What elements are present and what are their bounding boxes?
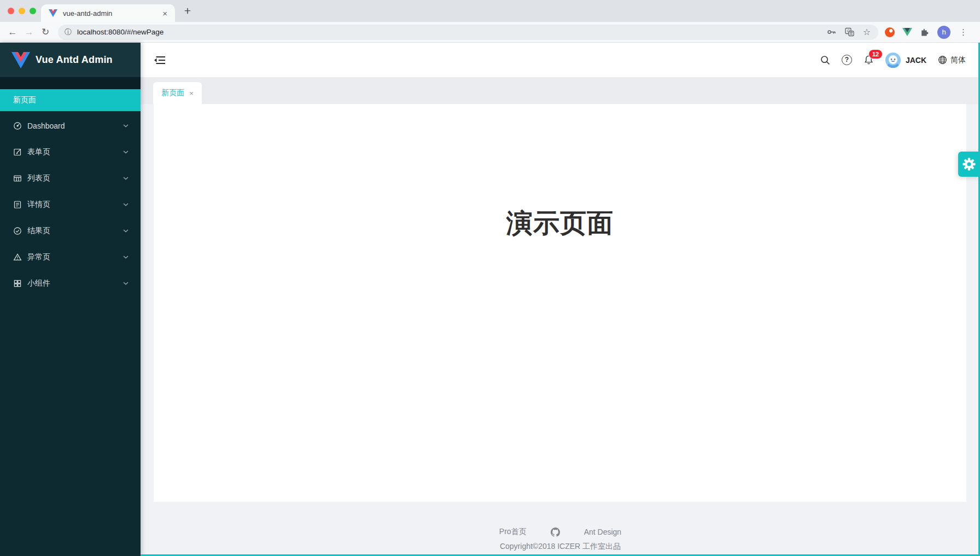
chevron-down-icon [123, 177, 129, 180]
sidebar-logo[interactable]: Vue Antd Admin [0, 43, 141, 77]
content-zone: 演示页面 Pro首页 Ant Design Copyright©2018 ICZ… [141, 104, 980, 556]
page-title: 演示页面 [506, 206, 614, 241]
github-icon[interactable] [551, 528, 560, 537]
settings-gear-button[interactable] [958, 152, 980, 177]
vue-favicon-icon [49, 9, 57, 18]
tab-close-icon[interactable]: × [189, 89, 194, 97]
sidebar-item-dashboard[interactable]: Dashboard [0, 113, 141, 139]
url-text[interactable]: localhost:8080/#/newPage [77, 28, 827, 36]
chevron-down-icon [123, 256, 129, 259]
main-column: ? 12 [141, 43, 980, 556]
reload-button[interactable]: ↻ [37, 26, 54, 38]
sidebar-item-label: 列表页 [27, 173, 50, 183]
site-info-icon[interactable]: ⓘ [65, 27, 72, 37]
profile-icon [13, 200, 22, 209]
password-key-icon[interactable] [827, 27, 836, 37]
footer-link-ant-design[interactable]: Ant Design [584, 528, 621, 536]
language-label: 简体 [950, 55, 966, 65]
window-minimize-button[interactable] [19, 8, 25, 14]
window-controls [8, 8, 36, 14]
chevron-down-icon [123, 282, 129, 285]
page-footer: Pro首页 Ant Design Copyright©2018 ICZER 工作… [141, 502, 980, 556]
bookmark-star-icon[interactable]: ☆ [863, 27, 871, 37]
extensions-puzzle-icon[interactable] [920, 27, 930, 37]
warning-icon [13, 253, 22, 262]
sidebar-item-label: 小组件 [27, 279, 50, 288]
vue-logo-icon [11, 52, 30, 68]
page-tab-label: 新页面 [161, 88, 184, 98]
window-close-button[interactable] [8, 8, 14, 14]
notification-badge: 12 [869, 50, 882, 59]
sidebar-item-widgets[interactable]: 小组件 [0, 270, 141, 297]
language-selector[interactable]: 简体 [938, 55, 966, 65]
gear-icon [962, 158, 976, 171]
browser-toolbar: ← → ↻ ⓘ localhost:8080/#/newPage G ☆ [0, 22, 980, 43]
avatar [885, 53, 901, 68]
browser-tab[interactable]: vue-antd-admin × [41, 4, 175, 22]
browser-menu-icon[interactable]: ⋮ [959, 27, 967, 37]
new-tab-button[interactable]: + [180, 4, 195, 18]
sidebar-item-label: 新页面 [13, 95, 36, 105]
address-bar[interactable]: ⓘ localhost:8080/#/newPage G ☆ [58, 25, 878, 40]
chevron-down-icon [123, 203, 129, 206]
chevron-down-icon [123, 150, 129, 154]
sidebar-item-label: 详情页 [27, 200, 50, 210]
forward-button[interactable]: → [21, 27, 37, 38]
search-icon[interactable] [820, 55, 830, 65]
page-card: 演示页面 [154, 104, 966, 502]
sidebar-item-label: 异常页 [27, 252, 50, 262]
globe-icon [938, 55, 947, 65]
translate-icon[interactable]: G [845, 27, 854, 37]
sidebar-item-form[interactable]: 表单页 [0, 139, 141, 165]
page-tab-newpage[interactable]: 新页面 × [153, 82, 202, 104]
browser-tab-title: vue-antd-admin [63, 9, 160, 18]
sidebar-item-label: 表单页 [27, 147, 50, 157]
sidebar-menu: Dashboard 表单页 列表页 [0, 111, 141, 297]
chevron-down-icon [123, 124, 129, 128]
sidebar-item-label: 结果页 [27, 226, 50, 236]
user-menu[interactable]: JACK [885, 53, 926, 68]
tab-close-icon[interactable]: × [160, 9, 170, 18]
app-title: Vue Antd Admin [36, 54, 113, 66]
appstore-icon [13, 279, 22, 288]
page-tabbar: 新页面 × [141, 77, 980, 104]
window-zoom-button[interactable] [30, 8, 36, 14]
check-circle-icon [13, 227, 22, 235]
sidebar: Vue Antd Admin 新页面 Dashboard 表单页 [0, 43, 141, 556]
sidebar-item-list[interactable]: 列表页 [0, 165, 141, 192]
extension-orange-icon[interactable] [885, 27, 895, 37]
app-viewport: Vue Antd Admin 新页面 Dashboard 表单页 [0, 43, 980, 556]
dashboard-icon [13, 121, 22, 130]
notifications-bell[interactable]: 12 [864, 55, 874, 65]
browser-profile-avatar[interactable]: h [937, 26, 950, 39]
vue-devtools-icon[interactable] [902, 28, 912, 36]
sidebar-item-newpage[interactable]: 新页面 [0, 89, 141, 111]
back-button[interactable]: ← [4, 27, 21, 38]
footer-link-pro-home[interactable]: Pro首页 [499, 527, 527, 537]
sidebar-item-result[interactable]: 结果页 [0, 218, 141, 244]
form-icon [13, 148, 22, 157]
browser-tabstrip: vue-antd-admin × + [0, 0, 980, 22]
app-header: ? 12 [141, 43, 980, 77]
sidebar-item-exception[interactable]: 异常页 [0, 244, 141, 270]
copyright: Copyright©2018 ICZER 工作室出品 [500, 542, 621, 552]
sidebar-divider [0, 77, 141, 89]
menu-fold-icon[interactable] [154, 55, 166, 65]
table-icon [13, 174, 22, 183]
chevron-down-icon [123, 229, 129, 233]
sidebar-item-detail[interactable]: 详情页 [0, 192, 141, 218]
help-icon[interactable]: ? [842, 55, 852, 65]
username: JACK [906, 56, 926, 65]
sidebar-item-label: Dashboard [27, 121, 65, 130]
